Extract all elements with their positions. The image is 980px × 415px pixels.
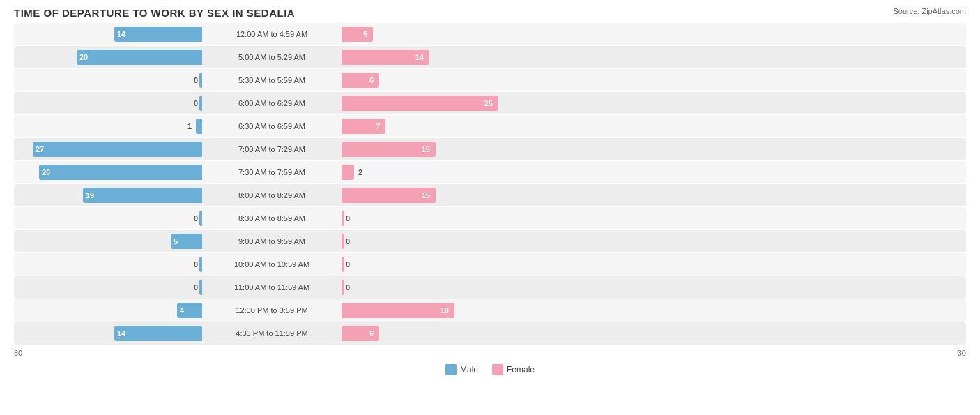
male-value: 0	[194, 260, 198, 269]
row-label: 9:00 AM to 9:59 AM	[202, 237, 342, 246]
male-value: 0	[194, 99, 198, 107]
female-bar: 7	[342, 119, 385, 134]
axis-right-label: 30	[958, 349, 966, 357]
table-row: 011:00 AM to 11:59 AM0	[14, 276, 966, 299]
axis-left-label: 30	[14, 349, 22, 357]
male-value: 5	[174, 237, 178, 246]
female-bar: 15	[342, 142, 436, 157]
female-value: 6	[369, 329, 376, 338]
female-value: 2	[358, 168, 362, 176]
table-row: 010:00 AM to 10:59 AM0	[14, 253, 966, 276]
female-value: 18	[441, 306, 452, 315]
male-value: 14	[117, 329, 125, 338]
male-value: 19	[86, 191, 94, 199]
table-row: 267:30 AM to 7:59 AM2	[14, 161, 966, 183]
legend-female-box	[492, 364, 503, 375]
female-value: 15	[422, 145, 433, 153]
female-bar	[342, 257, 344, 272]
axis-bottom: 30 30	[14, 346, 966, 360]
legend-female-label: Female	[507, 365, 535, 375]
row-label: 8:00 AM to 8:29 AM	[202, 191, 342, 199]
row-label: 5:00 AM to 5:29 AM	[202, 53, 342, 61]
female-value: 6	[369, 76, 376, 84]
row-label: 10:00 AM to 10:59 AM	[202, 260, 342, 269]
row-label: 5:30 AM to 5:59 AM	[202, 76, 342, 84]
row-label: 4:00 PM to 11:59 PM	[202, 329, 342, 338]
male-bar: 4	[177, 303, 202, 318]
male-value: 1	[187, 122, 192, 130]
row-label: 7:00 AM to 7:29 AM	[202, 145, 342, 153]
female-bar	[342, 280, 344, 295]
male-value: 14	[117, 30, 125, 38]
male-bar	[199, 96, 202, 111]
male-value: 0	[194, 76, 198, 84]
male-bar: 20	[77, 50, 202, 65]
female-value: 14	[415, 53, 427, 61]
male-bar: 14	[114, 27, 202, 42]
table-row: 144:00 PM to 11:59 PM6	[14, 322, 966, 345]
female-value: 0	[346, 283, 350, 292]
male-value: 27	[36, 145, 44, 153]
male-bar	[199, 280, 202, 295]
chart-area: 1412:00 AM to 4:59 AM5205:00 AM to 5:29 …	[14, 23, 966, 361]
legend: Male Female	[14, 364, 966, 375]
table-row: 198:00 AM to 8:29 AM15	[14, 184, 966, 206]
male-bar	[199, 211, 202, 226]
table-row: 06:00 AM to 6:29 AM25	[14, 92, 966, 114]
legend-male: Male	[445, 364, 478, 375]
female-value: 5	[363, 30, 370, 38]
male-bar: 27	[33, 142, 202, 157]
table-row: 16:30 AM to 6:59 AM7	[14, 115, 966, 137]
female-bar: 5	[342, 27, 373, 42]
male-bar: 14	[114, 326, 202, 341]
female-bar: 18	[342, 303, 454, 318]
row-label: 6:30 AM to 6:59 AM	[202, 122, 342, 130]
table-row: 1412:00 AM to 4:59 AM5	[14, 23, 966, 45]
female-value: 0	[346, 214, 350, 222]
male-value: 4	[180, 306, 184, 315]
female-bar	[342, 165, 354, 180]
male-value: 0	[194, 214, 198, 222]
chart-container: TIME OF DEPARTURE TO WORK BY SEX IN SEDA…	[0, 0, 980, 415]
female-value: 15	[422, 191, 433, 199]
male-value: 20	[79, 53, 88, 61]
male-bar	[199, 257, 202, 272]
table-row: 05:30 AM to 5:59 AM6	[14, 69, 966, 91]
female-value: 0	[346, 260, 350, 269]
row-label: 6:00 AM to 6:29 AM	[202, 99, 342, 107]
female-value: 25	[484, 99, 496, 107]
legend-male-box	[445, 364, 457, 375]
row-label: 7:30 AM to 7:59 AM	[202, 168, 342, 176]
table-row: 59:00 AM to 9:59 AM0	[14, 230, 966, 252]
table-row: 277:00 AM to 7:29 AM15	[14, 138, 966, 160]
female-value: 0	[346, 237, 350, 246]
table-row: 08:30 AM to 8:59 AM0	[14, 207, 966, 229]
female-bar: 14	[342, 50, 429, 65]
chart-rows: 1412:00 AM to 4:59 AM5205:00 AM to 5:29 …	[14, 23, 966, 345]
table-row: 205:00 AM to 5:29 AM14	[14, 46, 966, 68]
male-bar	[196, 119, 202, 134]
chart-title: TIME OF DEPARTURE TO WORK BY SEX IN SEDA…	[14, 7, 966, 19]
male-bar	[199, 73, 202, 88]
male-bar: 5	[171, 234, 202, 249]
source-label: Source: ZipAtlas.com	[893, 7, 966, 15]
row-label: 12:00 AM to 4:59 AM	[202, 30, 342, 38]
male-value: 0	[194, 283, 198, 292]
female-bar: 6	[342, 326, 379, 341]
female-bar: 6	[342, 73, 379, 88]
row-label: 8:30 AM to 8:59 AM	[202, 214, 342, 222]
legend-female: Female	[492, 364, 535, 375]
table-row: 412:00 PM to 3:59 PM18	[14, 299, 966, 322]
female-value: 7	[376, 122, 383, 130]
row-label: 11:00 AM to 11:59 AM	[202, 283, 342, 292]
row-label: 12:00 PM to 3:59 PM	[202, 306, 342, 315]
male-bar: 19	[83, 188, 202, 203]
female-bar	[342, 234, 344, 249]
male-bar: 26	[39, 165, 202, 180]
female-bar: 15	[342, 188, 436, 203]
male-value: 26	[42, 168, 50, 176]
legend-male-label: Male	[460, 365, 478, 375]
female-bar	[342, 211, 344, 226]
female-bar: 25	[342, 96, 498, 111]
